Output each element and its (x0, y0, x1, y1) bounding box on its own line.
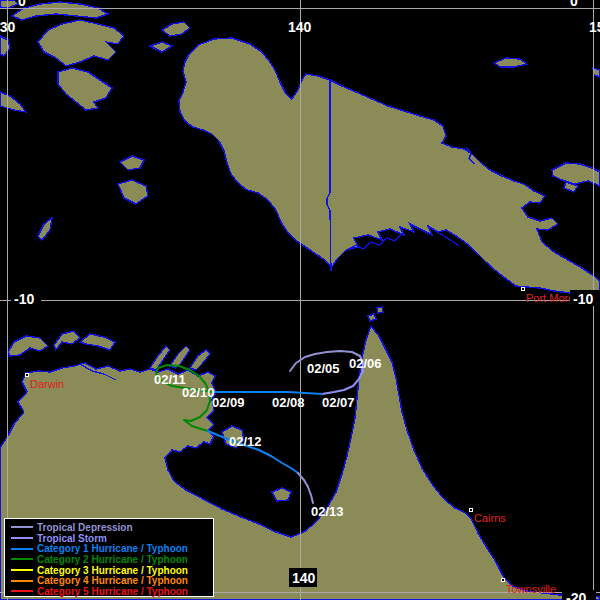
grid-label: -20 (566, 590, 586, 600)
grid-label: 140 (292, 570, 316, 586)
track-date-label: 02/12 (229, 434, 262, 449)
legend-line-swatch (11, 526, 33, 528)
city-dot-center (26, 374, 28, 376)
track-date-label: 02/09 (212, 395, 245, 410)
legend-entry: Category 3 Hurricane / Typhoon (11, 565, 213, 576)
city-label: Darwin (30, 378, 64, 390)
legend-entry-label: Tropical Depression (37, 522, 133, 533)
legend-line-swatch (11, 537, 33, 539)
legend-line-swatch (11, 580, 33, 582)
legend-line-swatch (11, 569, 33, 571)
legend-entry: Tropical Storm (11, 533, 213, 544)
grid-label: 150 (589, 19, 600, 35)
legend-entry-label: Category 3 Hurricane / Typhoon (37, 565, 188, 576)
city-label: Townsville (506, 583, 556, 595)
grid-label: 130 (0, 19, 16, 35)
track-date-label: 02/10 (182, 385, 215, 400)
landmass-torres-islet-1 (368, 314, 376, 321)
city-dot-center (502, 579, 504, 581)
track-date-label: 02/07 (322, 395, 355, 410)
legend-line-swatch (11, 590, 33, 592)
grid-label: 0 (570, 0, 578, 9)
track-date-label: 02/11 (154, 372, 186, 387)
city-dot-center (522, 288, 524, 290)
track-date-label: 02/05 (307, 361, 340, 376)
grid-label: 140 (288, 19, 312, 35)
legend-entry: Category 4 Hurricane / Typhoon (11, 575, 213, 586)
legend-entry: Category 5 Hurricane / Typhoon (11, 586, 213, 597)
track-date-label: 02/13 (311, 504, 344, 519)
legend-entry-label: Category 5 Hurricane / Typhoon (37, 586, 188, 597)
legend-entry-label: Tropical Storm (37, 533, 107, 544)
legend-entry: Category 1 Hurricane / Typhoon (11, 543, 213, 554)
legend-line-swatch (11, 548, 33, 550)
legend-entry-label: Category 2 Hurricane / Typhoon (37, 554, 188, 565)
city-label: Cairns (474, 512, 506, 524)
track-date-label: 02/06 (349, 356, 382, 371)
grid-label: -10 (573, 291, 593, 307)
cyclone-track-map: 02/0502/0602/0702/0802/0902/1002/1102/12… (0, 0, 600, 600)
legend-line-swatch (11, 558, 33, 560)
grid-label: -10 (14, 291, 34, 307)
landmass-east-edge-islet (593, 68, 600, 77)
legend-entry-label: Category 4 Hurricane / Typhoon (37, 575, 188, 586)
legend-entry: Tropical Depression (11, 522, 213, 533)
city-dot-center (470, 509, 472, 511)
landmass-torres-islet-2 (377, 307, 383, 313)
track-date-label: 02/08 (272, 395, 305, 410)
legend-entry: Category 2 Hurricane / Typhoon (11, 554, 213, 565)
legend-entry-label: Category 1 Hurricane / Typhoon (37, 543, 188, 554)
grid-label: 0 (18, 0, 26, 9)
map-canvas: 02/0502/0602/0702/0802/0902/1002/1102/12… (0, 0, 600, 600)
storm-category-legend: Tropical DepressionTropical StormCategor… (4, 518, 214, 597)
